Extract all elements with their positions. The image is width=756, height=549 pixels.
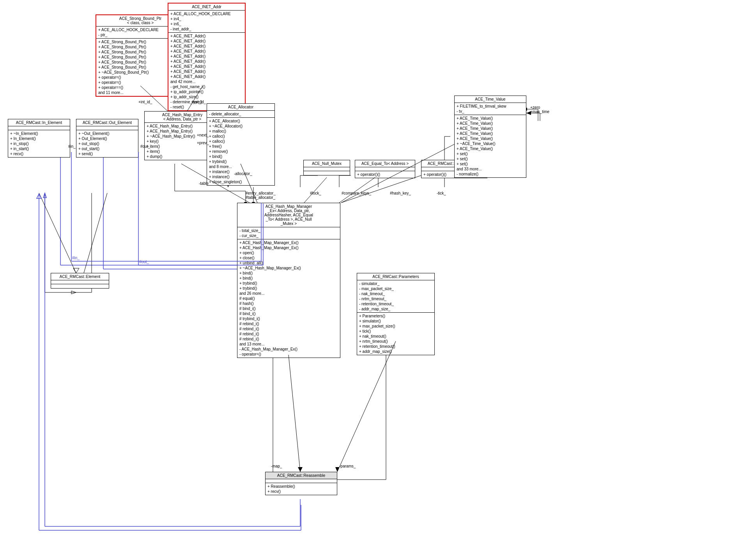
ace-rmcast-in-element-methods: + ~In_Element() + In_Element() + in_stop… — [8, 130, 70, 157]
ace-rmcast-element-empty2 — [51, 284, 109, 288]
ace-inet-addr-attrs: + ACE_ALLOC_HOOK_DECLARE + in4_ + in6_ -… — [168, 11, 245, 33]
svg-line-58 — [39, 193, 76, 273]
svg-text:#out_: #out_ — [139, 260, 149, 264]
ace-allocator-title: ACE_Allocator — [207, 104, 274, 111]
ace-rmcast-out-element-empty — [76, 126, 138, 130]
lock-label: #lock_ — [310, 191, 321, 195]
ace-rmcast-parameters-title: ACE_RMCast::Parameters — [357, 273, 434, 280]
ace-inet-addr-methods: + ACE_INET_Addr() + ACE_INET_Addr() + AC… — [168, 33, 245, 110]
svg-marker-68 — [37, 194, 41, 198]
ace-equal-to-empty — [355, 167, 415, 171]
ace-inet-addr-box: ACE_INET_Addr + ACE_ALLOC_HOOK_DECLARE +… — [168, 3, 246, 111]
ace-rmcast-reassemble-box: ACE_RMCast::Reassemble + Reassemble() + … — [265, 472, 337, 495]
svg-marker-59 — [73, 268, 79, 273]
ace-hash-map-manager-methods: + ACE_Hash_Map_Manager_Ex() + ACE_Hash_M… — [237, 239, 340, 358]
params-label: -params_ — [339, 464, 356, 468]
svg-line-61 — [289, 355, 300, 472]
svg-line-54 — [304, 177, 327, 203]
svg-line-55 — [339, 177, 375, 203]
svg-text:#in_: #in_ — [72, 256, 80, 260]
zero-max-time-label: +zero+max_time — [530, 105, 549, 114]
allocator-label: -allocator_ — [234, 172, 252, 176]
svg-line-63 — [337, 341, 396, 472]
map-label: -map_ — [271, 464, 282, 468]
ace-rmcast-parameters-attrs: - simulator_ - max_packet_size_ - nak_ti… — [357, 280, 434, 313]
ace-hash-map-manager-title: ACE_Hash_Map_Manager _Ex< Address, Data_… — [237, 203, 340, 227]
ace-rmcast-out-element-title: ACE_RMCast::Out_Element — [76, 119, 138, 126]
ace-rmcast-in-element-title: ACE_RMCast::In_Element — [8, 119, 70, 126]
ace-hash-map-manager-attrs: - total_size_ - cur_size_ — [237, 227, 340, 239]
ace-rmcast-reassemble-title: ACE_RMCast::Reassemble — [266, 472, 337, 479]
diagram-container: ACE_Strong_Bound_Ptr < class, class > + … — [0, 0, 756, 549]
ace-equal-to-title: ACE_Equal_To< Address > — [355, 160, 415, 167]
ace-rmcast-in-element-box: ACE_RMCast::In_Element + ~In_Element() +… — [8, 119, 70, 158]
ace-null-mutex-box: ACE_Null_Mutex — [303, 160, 350, 175]
svg-line-56 — [341, 175, 421, 203]
ace-rmcast-reassemble-empty — [266, 479, 337, 483]
compare-keys-label: #compare_keys_ — [342, 191, 371, 195]
ace-rmcast-parameters-methods: + Parameters() + simulator() + max_packe… — [357, 313, 434, 355]
ace-null-mutex-empty2 — [304, 171, 350, 175]
ace-time-value-title: ACE_Time_Value — [455, 96, 526, 103]
ace-time-value-methods: + ACE_Time_Value() + ACE_Time_Value() + … — [455, 115, 526, 177]
in-label: #in_ — [68, 144, 76, 149]
tick-label: -tick_ — [437, 191, 446, 195]
ace-null-mutex-title: ACE_Null_Mutex — [304, 160, 350, 167]
svg-marker-62 — [298, 467, 303, 472]
ace-rmcast-element-empty1 — [51, 280, 109, 284]
ace-rmcast-element-box: ACE_RMCast::Element — [51, 273, 109, 289]
svg-marker-12 — [71, 291, 76, 294]
svg-marker-64 — [335, 467, 339, 472]
ace-inet-addr-title: ACE_INET_Addr — [168, 4, 245, 11]
ace-null-mutex-empty — [304, 167, 350, 171]
hash-key-label: #hash_key_ — [390, 191, 411, 195]
ace-rmcast-out-element-box: ACE_RMCast::Out_Element + ~Out_Element()… — [76, 119, 138, 158]
ace-equal-to-methods: + operator()() — [355, 171, 415, 178]
ace-time-value-attrs: + FILETIME_to_timval_skew - tv_ — [455, 103, 526, 115]
ace-rmcast-out-element-methods: + ~Out_Element() + Out_Element() + out_s… — [76, 130, 138, 157]
ace-rmcast-reassemble-methods: + Reassemble() + recv() — [266, 483, 337, 495]
ace-rmcast-in-element-empty — [8, 126, 70, 130]
ace-equal-to-box: ACE_Equal_To< Address > + operator()() — [355, 160, 415, 178]
ace-rmcast-parameters-box: ACE_RMCast::Parameters - simulator_ - ma… — [357, 273, 435, 355]
svg-marker-42 — [43, 193, 46, 198]
ace-allocator-attrs: - delete_allocator_ — [207, 111, 274, 118]
table-label: -table_ — [199, 181, 211, 186]
svg-line-60 — [84, 193, 107, 273]
out-label: #out_ — [140, 144, 150, 149]
ace-hash-map-manager-box: ACE_Hash_Map_Manager _Ex< Address, Data_… — [237, 203, 340, 358]
entry-allocator-label: #entry_allocator_#table_allocator_ — [246, 191, 276, 200]
ace-time-value-box: ACE_Time_Value + FILETIME_to_timval_skew… — [454, 96, 526, 178]
svg-text:+int_id_: +int_id_ — [138, 100, 152, 104]
ace-rmcast-element-title: ACE_RMCast::Element — [51, 273, 109, 280]
